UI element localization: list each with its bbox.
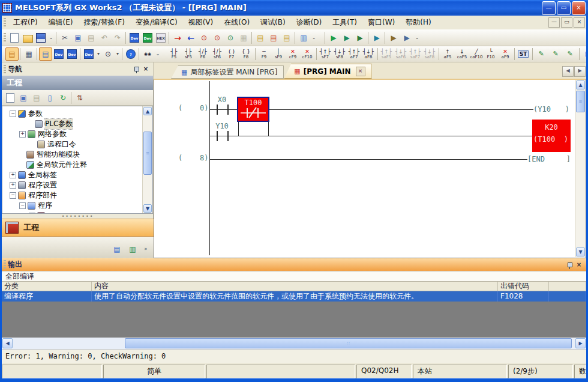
project-view-button[interactable]: 工程 <box>2 219 154 237</box>
module-configuration-icon[interactable]: ▦ <box>22 47 35 61</box>
panel-grip[interactable] <box>4 260 6 270</box>
display-screen-icon[interactable]: ▥ <box>297 31 310 44</box>
menu-item[interactable]: 诊断(D) <box>291 16 328 29</box>
mdi-close-button[interactable]: × <box>574 17 585 28</box>
output-column-header[interactable] <box>549 282 586 291</box>
save-project-icon[interactable] <box>34 31 47 44</box>
help-icon[interactable]: ? <box>124 47 137 61</box>
read-from-plc-icon[interactable]: ← <box>184 31 197 44</box>
refresh-icon[interactable]: ↻ <box>56 91 70 105</box>
close-icon[interactable]: × <box>574 260 584 270</box>
pin-icon[interactable] <box>134 67 139 71</box>
branch-line-button[interactable]: └F10 <box>484 47 498 61</box>
menu-item[interactable]: 变换/编译(C) <box>130 16 183 29</box>
open-project-icon[interactable] <box>21 31 34 44</box>
output-horizontal-scrollbar[interactable]: ◀ ∷ ▶ <box>2 338 586 350</box>
menu-item[interactable]: 搜索/替换(F) <box>79 16 130 29</box>
title-bar[interactable]: MELSOFT系列 GX Works2 （工程未设置） - [[PRG] MAI… <box>0 0 588 16</box>
program-verify-icon[interactable]: ⊙ <box>211 31 224 44</box>
verify-with-plc-icon[interactable]: ⊙ <box>197 31 211 44</box>
tab-scroll-right-icon[interactable]: ▶ <box>574 66 586 77</box>
program-list-icon[interactable]: ▤ <box>39 47 52 61</box>
scroll-thumb[interactable]: ∷ <box>125 338 572 348</box>
sort-icon[interactable]: ⇅ <box>73 91 86 105</box>
tree-item[interactable]: − 程序 <box>2 201 152 211</box>
delete-vertical-line-button[interactable]: ✕cF10 <box>300 47 314 61</box>
device-batch-monitor-icon[interactable]: Dev <box>65 47 79 61</box>
document-tab[interactable]: ▦ 局部标签设置 MAIN [PRG] × <box>171 65 284 79</box>
mdi-minimize-button[interactable]: — <box>548 17 560 28</box>
scroll-down-icon[interactable]: ▼ <box>143 204 152 213</box>
monitor-start-icon[interactable]: ▶ <box>327 31 340 44</box>
write-to-plc-icon[interactable]: → <box>171 31 184 44</box>
undo-icon[interactable]: ↶ <box>98 31 111 44</box>
tree-item[interactable]: + 全局标签 <box>2 170 152 180</box>
convert-result-falling-button[interactable]: ↓caF5 <box>455 47 469 61</box>
paste-data-icon[interactable]: ▤ <box>30 91 43 105</box>
close-icon[interactable]: × <box>141 64 151 74</box>
delete-line-button[interactable]: ✕aF9 <box>498 47 512 61</box>
monitor-pulse-icon[interactable]: ▶ <box>353 31 367 44</box>
output-column-header[interactable]: 分类 <box>2 282 92 291</box>
menu-item[interactable]: 在线(O) <box>218 16 255 29</box>
toolbar2-overflow-icon[interactable]: ⌄ <box>154 47 161 61</box>
vertical-line-button[interactable]: │sF9 <box>271 47 286 61</box>
close-branch-button[interactable]: ┤/├sF6 <box>210 47 224 61</box>
device-test-icon[interactable]: ⊙ <box>101 47 115 61</box>
device-test-caret-icon[interactable]: ▾ <box>115 47 121 61</box>
rising-pulse-close-branch-button[interactable]: ┤↑├saF7 <box>408 47 422 61</box>
remote-operation-icon[interactable]: ▦ <box>237 31 250 44</box>
scroll-left-icon[interactable]: ◀ <box>2 338 13 348</box>
scroll-up-icon[interactable]: ▲ <box>143 107 152 115</box>
falling-pulse-close-branch-button[interactable]: ┤↓├saF8 <box>422 47 437 61</box>
sampling-trace-icon[interactable]: ▶ <box>400 31 413 44</box>
scroll-down-icon[interactable]: ▼ <box>576 247 585 256</box>
output-column-header[interactable]: 内容 <box>92 282 498 291</box>
delete-horizontal-line-button[interactable]: ✕cF9 <box>286 47 300 61</box>
ladder-editor[interactable]: ( 0) ( 8) X0 Y10 T100 (Y10) <box>154 79 586 258</box>
timer-coil-highlight[interactable]: K20 (T100) <box>532 120 571 152</box>
device-display-caret-icon[interactable]: ▾ <box>95 47 101 61</box>
redo-icon[interactable]: ↷ <box>111 31 124 44</box>
menu-item[interactable]: 工程(P) <box>8 16 43 29</box>
device-comment-list-icon[interactable]: Dev <box>52 47 65 61</box>
tree-expand-icon[interactable]: + <box>10 172 16 178</box>
menu-item[interactable]: 视图(V) <box>183 16 219 29</box>
tree-item[interactable]: 远程口令 <box>2 139 152 150</box>
falling-pulse-branch-button[interactable]: ┤↓├aF8 <box>361 47 376 61</box>
device-comment-icon[interactable]: Dev <box>128 31 141 44</box>
tree-item[interactable]: − 参数 <box>2 109 152 119</box>
monitor-stop-icon[interactable]: ▶ <box>340 31 353 44</box>
rising-pulse-branch-button[interactable]: ┤↑├aF7 <box>347 47 361 61</box>
open-contact-button[interactable]: ┤├F5 <box>167 47 181 61</box>
invert-line-button[interactable]: ╱caF10 <box>469 47 484 61</box>
close-button[interactable]: × <box>572 1 586 15</box>
close-contact-button[interactable]: ┤/├F6 <box>196 47 210 61</box>
rising-pulse-close-button[interactable]: ┤↑├saF5 <box>379 47 394 61</box>
menu-item[interactable]: 编辑(E) <box>43 16 79 29</box>
output-error-row[interactable]: 编译程序使用了自动分配软元件设置中设置的软元件范围的软元件，或使用了由于系统预约… <box>2 291 586 302</box>
paste-icon[interactable]: ▤ <box>85 31 98 44</box>
scroll-thumb[interactable]: ≡ <box>143 132 152 175</box>
copy-icon[interactable]: ▣ <box>71 31 85 44</box>
device-hex-icon[interactable]: HEX <box>154 31 167 44</box>
cut-icon[interactable]: ✂ <box>58 31 71 44</box>
tab-close-icon[interactable]: × <box>356 67 365 76</box>
scroll-thumb[interactable]: ≡ <box>576 91 585 112</box>
falling-pulse-close-button[interactable]: ┤↓├saF6 <box>394 47 408 61</box>
find-binoculars-icon[interactable]: ◉◉ <box>141 47 154 61</box>
tree-expand-icon[interactable]: + <box>10 182 16 189</box>
inline-st-button[interactable]: ST <box>516 47 530 61</box>
tab-scroll-left-icon[interactable]: ◀ <box>562 66 574 77</box>
note-icon[interactable]: ▤ <box>280 31 293 44</box>
tree-item[interactable]: + 网络参数 <box>2 129 152 139</box>
document-tab[interactable]: ▦ [PRG] MAIN × <box>284 64 371 79</box>
menu-item[interactable]: 工具(T) <box>327 16 362 29</box>
open-branch-button[interactable]: ┤├sF5 <box>181 47 196 61</box>
output-column-header[interactable]: 出错代码 <box>498 282 549 291</box>
help-book-icon[interactable]: ▤ <box>110 243 124 256</box>
tree-item[interactable]: 全局软元件注释 <box>2 160 152 170</box>
tree-expand-icon[interactable]: + <box>19 131 26 138</box>
tree-expand-icon[interactable]: − <box>10 192 16 199</box>
nav-more-icon[interactable]: » <box>142 243 150 256</box>
